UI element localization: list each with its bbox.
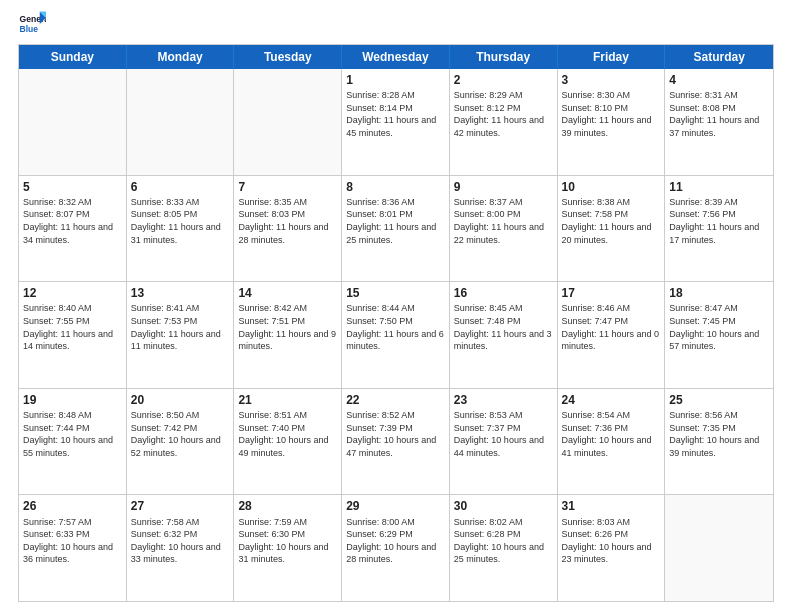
empty-cell — [665, 495, 773, 601]
day-info: Sunrise: 8:28 AM Sunset: 8:14 PM Dayligh… — [346, 89, 445, 139]
day-number: 29 — [346, 498, 445, 514]
day-cell: 22Sunrise: 8:52 AM Sunset: 7:39 PM Dayli… — [342, 389, 450, 495]
day-cell: 27Sunrise: 7:58 AM Sunset: 6:32 PM Dayli… — [127, 495, 235, 601]
day-cell: 13Sunrise: 8:41 AM Sunset: 7:53 PM Dayli… — [127, 282, 235, 388]
day-number: 10 — [562, 179, 661, 195]
day-cell: 31Sunrise: 8:03 AM Sunset: 6:26 PM Dayli… — [558, 495, 666, 601]
day-info: Sunrise: 8:42 AM Sunset: 7:51 PM Dayligh… — [238, 302, 337, 352]
day-info: Sunrise: 8:44 AM Sunset: 7:50 PM Dayligh… — [346, 302, 445, 352]
calendar-row: 19Sunrise: 8:48 AM Sunset: 7:44 PM Dayli… — [19, 388, 773, 495]
weekday-header: Friday — [558, 45, 666, 69]
day-number: 22 — [346, 392, 445, 408]
day-info: Sunrise: 7:59 AM Sunset: 6:30 PM Dayligh… — [238, 516, 337, 566]
day-number: 11 — [669, 179, 769, 195]
day-cell: 5Sunrise: 8:32 AM Sunset: 8:07 PM Daylig… — [19, 176, 127, 282]
calendar-row: 5Sunrise: 8:32 AM Sunset: 8:07 PM Daylig… — [19, 175, 773, 282]
day-info: Sunrise: 8:38 AM Sunset: 7:58 PM Dayligh… — [562, 196, 661, 246]
day-number: 20 — [131, 392, 230, 408]
day-number: 7 — [238, 179, 337, 195]
calendar: SundayMondayTuesdayWednesdayThursdayFrid… — [18, 44, 774, 602]
day-cell: 1Sunrise: 8:28 AM Sunset: 8:14 PM Daylig… — [342, 69, 450, 175]
day-info: Sunrise: 8:33 AM Sunset: 8:05 PM Dayligh… — [131, 196, 230, 246]
day-number: 17 — [562, 285, 661, 301]
page: General Blue SundayMondayTuesdayWednesda… — [0, 0, 792, 612]
day-info: Sunrise: 8:56 AM Sunset: 7:35 PM Dayligh… — [669, 409, 769, 459]
logo: General Blue — [18, 10, 46, 38]
day-cell: 30Sunrise: 8:02 AM Sunset: 6:28 PM Dayli… — [450, 495, 558, 601]
day-cell: 23Sunrise: 8:53 AM Sunset: 7:37 PM Dayli… — [450, 389, 558, 495]
weekday-header: Sunday — [19, 45, 127, 69]
day-info: Sunrise: 8:54 AM Sunset: 7:36 PM Dayligh… — [562, 409, 661, 459]
day-cell: 24Sunrise: 8:54 AM Sunset: 7:36 PM Dayli… — [558, 389, 666, 495]
day-cell: 25Sunrise: 8:56 AM Sunset: 7:35 PM Dayli… — [665, 389, 773, 495]
day-info: Sunrise: 8:37 AM Sunset: 8:00 PM Dayligh… — [454, 196, 553, 246]
day-cell: 21Sunrise: 8:51 AM Sunset: 7:40 PM Dayli… — [234, 389, 342, 495]
day-number: 3 — [562, 72, 661, 88]
day-number: 13 — [131, 285, 230, 301]
empty-cell — [19, 69, 127, 175]
day-info: Sunrise: 8:53 AM Sunset: 7:37 PM Dayligh… — [454, 409, 553, 459]
day-cell: 6Sunrise: 8:33 AM Sunset: 8:05 PM Daylig… — [127, 176, 235, 282]
day-number: 9 — [454, 179, 553, 195]
calendar-row: 26Sunrise: 7:57 AM Sunset: 6:33 PM Dayli… — [19, 494, 773, 601]
day-cell: 16Sunrise: 8:45 AM Sunset: 7:48 PM Dayli… — [450, 282, 558, 388]
day-cell: 11Sunrise: 8:39 AM Sunset: 7:56 PM Dayli… — [665, 176, 773, 282]
day-info: Sunrise: 7:57 AM Sunset: 6:33 PM Dayligh… — [23, 516, 122, 566]
calendar-row: 1Sunrise: 8:28 AM Sunset: 8:14 PM Daylig… — [19, 69, 773, 175]
day-number: 19 — [23, 392, 122, 408]
day-info: Sunrise: 8:52 AM Sunset: 7:39 PM Dayligh… — [346, 409, 445, 459]
day-cell: 28Sunrise: 7:59 AM Sunset: 6:30 PM Dayli… — [234, 495, 342, 601]
day-info: Sunrise: 8:30 AM Sunset: 8:10 PM Dayligh… — [562, 89, 661, 139]
weekday-header: Thursday — [450, 45, 558, 69]
day-cell: 2Sunrise: 8:29 AM Sunset: 8:12 PM Daylig… — [450, 69, 558, 175]
day-number: 2 — [454, 72, 553, 88]
day-cell: 12Sunrise: 8:40 AM Sunset: 7:55 PM Dayli… — [19, 282, 127, 388]
day-number: 31 — [562, 498, 661, 514]
day-cell: 15Sunrise: 8:44 AM Sunset: 7:50 PM Dayli… — [342, 282, 450, 388]
day-number: 1 — [346, 72, 445, 88]
weekday-header: Saturday — [665, 45, 773, 69]
day-info: Sunrise: 8:36 AM Sunset: 8:01 PM Dayligh… — [346, 196, 445, 246]
day-number: 4 — [669, 72, 769, 88]
empty-cell — [234, 69, 342, 175]
day-cell: 4Sunrise: 8:31 AM Sunset: 8:08 PM Daylig… — [665, 69, 773, 175]
weekday-header: Wednesday — [342, 45, 450, 69]
day-number: 23 — [454, 392, 553, 408]
day-info: Sunrise: 8:00 AM Sunset: 6:29 PM Dayligh… — [346, 516, 445, 566]
day-info: Sunrise: 7:58 AM Sunset: 6:32 PM Dayligh… — [131, 516, 230, 566]
day-number: 15 — [346, 285, 445, 301]
day-number: 26 — [23, 498, 122, 514]
logo-icon: General Blue — [18, 10, 46, 38]
calendar-body: 1Sunrise: 8:28 AM Sunset: 8:14 PM Daylig… — [19, 69, 773, 601]
day-number: 5 — [23, 179, 122, 195]
day-cell: 9Sunrise: 8:37 AM Sunset: 8:00 PM Daylig… — [450, 176, 558, 282]
day-info: Sunrise: 8:32 AM Sunset: 8:07 PM Dayligh… — [23, 196, 122, 246]
day-info: Sunrise: 8:35 AM Sunset: 8:03 PM Dayligh… — [238, 196, 337, 246]
day-number: 6 — [131, 179, 230, 195]
calendar-header: SundayMondayTuesdayWednesdayThursdayFrid… — [19, 45, 773, 69]
day-cell: 26Sunrise: 7:57 AM Sunset: 6:33 PM Dayli… — [19, 495, 127, 601]
day-cell: 29Sunrise: 8:00 AM Sunset: 6:29 PM Dayli… — [342, 495, 450, 601]
day-info: Sunrise: 8:40 AM Sunset: 7:55 PM Dayligh… — [23, 302, 122, 352]
day-info: Sunrise: 8:03 AM Sunset: 6:26 PM Dayligh… — [562, 516, 661, 566]
day-number: 24 — [562, 392, 661, 408]
day-info: Sunrise: 8:41 AM Sunset: 7:53 PM Dayligh… — [131, 302, 230, 352]
day-cell: 3Sunrise: 8:30 AM Sunset: 8:10 PM Daylig… — [558, 69, 666, 175]
day-info: Sunrise: 8:46 AM Sunset: 7:47 PM Dayligh… — [562, 302, 661, 352]
day-info: Sunrise: 8:31 AM Sunset: 8:08 PM Dayligh… — [669, 89, 769, 139]
weekday-header: Monday — [127, 45, 235, 69]
day-cell: 8Sunrise: 8:36 AM Sunset: 8:01 PM Daylig… — [342, 176, 450, 282]
day-info: Sunrise: 8:45 AM Sunset: 7:48 PM Dayligh… — [454, 302, 553, 352]
day-number: 25 — [669, 392, 769, 408]
day-number: 8 — [346, 179, 445, 195]
day-info: Sunrise: 8:50 AM Sunset: 7:42 PM Dayligh… — [131, 409, 230, 459]
day-number: 21 — [238, 392, 337, 408]
day-number: 27 — [131, 498, 230, 514]
day-info: Sunrise: 8:47 AM Sunset: 7:45 PM Dayligh… — [669, 302, 769, 352]
day-cell: 10Sunrise: 8:38 AM Sunset: 7:58 PM Dayli… — [558, 176, 666, 282]
day-info: Sunrise: 8:48 AM Sunset: 7:44 PM Dayligh… — [23, 409, 122, 459]
day-number: 30 — [454, 498, 553, 514]
empty-cell — [127, 69, 235, 175]
day-number: 18 — [669, 285, 769, 301]
day-cell: 18Sunrise: 8:47 AM Sunset: 7:45 PM Dayli… — [665, 282, 773, 388]
